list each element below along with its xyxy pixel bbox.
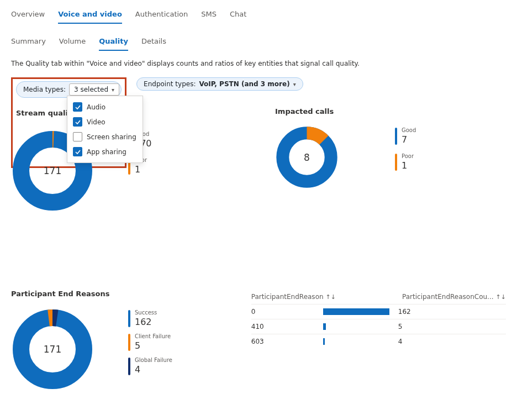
- option-screen-sharing[interactable]: Screen sharing: [72, 129, 138, 144]
- legend-value: 5: [135, 340, 171, 351]
- bar-icon: [323, 323, 326, 330]
- per-donut: 171: [11, 308, 94, 391]
- checkbox-icon: [73, 147, 82, 156]
- legend-value: 7: [402, 134, 416, 145]
- endpoint-types-label: Endpoint types:: [144, 80, 196, 88]
- quality-description: The Quality tab within "Voice and video"…: [11, 60, 506, 67]
- tab-authentication[interactable]: Authentication: [135, 7, 188, 24]
- cell-reason: 0: [251, 308, 323, 316]
- legend-label: Success: [135, 310, 157, 316]
- legend-value: 1: [135, 164, 147, 175]
- legend-value: 162: [135, 317, 157, 327]
- table-row[interactable]: 0 162: [251, 304, 506, 319]
- endpoint-types-value: VoIP, PSTN (and 3 more): [199, 80, 289, 88]
- tab-overview[interactable]: Overview: [11, 7, 45, 24]
- option-label: Video: [87, 118, 105, 126]
- sort-icon: ↑↓: [326, 293, 336, 301]
- legend-label: Poor: [402, 154, 414, 159]
- media-types-select[interactable]: 3 selected ▾: [69, 83, 119, 96]
- legend-label: Global Failure: [135, 358, 172, 363]
- legend-label: Good: [402, 128, 416, 133]
- option-label: Screen sharing: [87, 133, 136, 141]
- chevron-down-icon: ▾: [112, 87, 114, 93]
- per-total: 171: [11, 308, 94, 391]
- tab-voice-video[interactable]: Voice and video: [58, 7, 122, 24]
- cell-reason: 410: [251, 323, 323, 330]
- media-types-value: 3 selected: [74, 86, 108, 93]
- col-reason[interactable]: ParticipantEndReason↑↓: [251, 293, 336, 301]
- col-bar: [336, 293, 402, 301]
- impacted-calls-chart: Impacted calls 8 Good 7: [275, 107, 506, 212]
- endpoint-types-filter[interactable]: Endpoint types: VoIP, PSTN (and 3 more) …: [136, 77, 303, 91]
- table-row[interactable]: 410 5: [251, 319, 506, 334]
- checkbox-icon: [73, 117, 82, 127]
- tab-sms[interactable]: SMS: [201, 7, 217, 24]
- option-label: Audio: [87, 103, 105, 111]
- option-audio[interactable]: Audio: [72, 99, 138, 114]
- legend-item-good: Good 7: [395, 128, 416, 145]
- bar-icon: [323, 338, 325, 345]
- cell-count: 5: [389, 323, 506, 330]
- legend-item-poor: Poor 1: [395, 154, 416, 171]
- primary-tabs: Overview Voice and video Authentication …: [11, 7, 506, 24]
- option-app-sharing[interactable]: App sharing: [72, 144, 138, 159]
- secondary-tabs: Summary Volume Quality Details: [11, 34, 506, 51]
- checkbox-icon: [73, 132, 82, 141]
- cell-reason: 603: [251, 338, 323, 345]
- impacted-calls-title: Impacted calls: [275, 107, 506, 116]
- per-table: ParticipantEndReason↑↓ ParticipantEndRea…: [251, 290, 506, 391]
- option-video[interactable]: Video: [72, 114, 138, 129]
- legend-label: Client Failure: [135, 334, 171, 339]
- impacted-calls-donut: 8: [275, 125, 339, 189]
- legend-value: 4: [135, 364, 172, 375]
- option-label: App sharing: [87, 148, 126, 156]
- media-types-dropdown: Audio Video Screen sharing App sharing: [67, 96, 143, 163]
- legend-item-client-failure: Client Failure 5: [128, 334, 172, 351]
- subtab-summary[interactable]: Summary: [11, 34, 46, 51]
- chevron-down-icon: ▾: [293, 81, 296, 87]
- subtab-quality[interactable]: Quality: [99, 34, 128, 51]
- bar-icon: [323, 308, 389, 315]
- tab-chat[interactable]: Chat: [230, 7, 246, 24]
- per-title: Participant End Reasons: [11, 290, 218, 298]
- legend-item-global-failure: Global Failure 4: [128, 358, 172, 375]
- subtab-volume[interactable]: Volume: [59, 34, 86, 51]
- col-count[interactable]: ParticipantEndReasonCou...↑↓: [402, 293, 506, 301]
- table-row[interactable]: 603 4: [251, 334, 506, 349]
- media-types-label: Media types:: [23, 86, 66, 93]
- checkbox-icon: [73, 102, 82, 112]
- legend-value: 1: [402, 160, 414, 171]
- legend-item-success: Success 162: [128, 310, 172, 327]
- impacted-calls-legend: Good 7 Poor 1: [395, 128, 416, 171]
- subtab-details[interactable]: Details: [141, 34, 166, 51]
- cell-count: 4: [389, 338, 506, 345]
- per-legend: Success 162 Client Failure 5 Global Fail…: [128, 310, 172, 375]
- participant-end-reasons-chart: Participant End Reasons 171 Success 162: [11, 290, 218, 391]
- sort-icon: ↑↓: [496, 293, 506, 301]
- cell-count: 162: [389, 308, 506, 316]
- table-header: ParticipantEndReason↑↓ ParticipantEndRea…: [251, 290, 506, 304]
- impacted-calls-total: 8: [275, 125, 339, 189]
